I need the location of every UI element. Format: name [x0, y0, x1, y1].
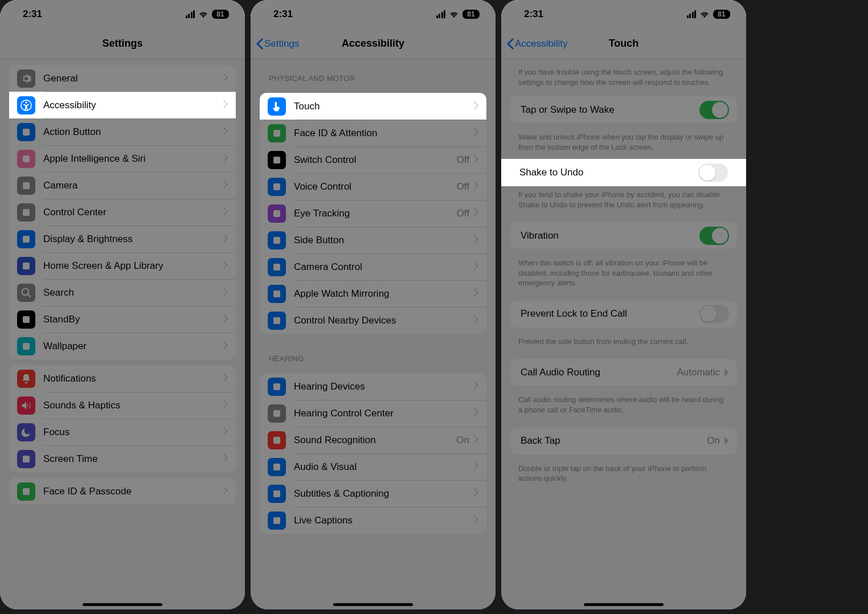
- routing-row[interactable]: Call Audio Routing Automatic: [510, 359, 737, 386]
- chevron-right-icon: [474, 289, 478, 299]
- live-icon: [268, 511, 286, 530]
- physical-0-label: Touch: [294, 101, 474, 112]
- settings-group-a: GeneralAccessibilityAction ButtonApple I…: [9, 65, 236, 359]
- vibration-label: Vibration: [521, 230, 699, 241]
- settings-b-2-row[interactable]: Focus: [9, 419, 236, 445]
- settings-4-row[interactable]: Camera: [9, 172, 236, 199]
- chevron-right-icon: [724, 369, 729, 376]
- settings-8-row[interactable]: Search: [9, 279, 236, 306]
- settings-3-row[interactable]: Apple Intelligence & Siri: [9, 145, 236, 172]
- settings-b-1-row[interactable]: Sounds & Haptics: [9, 392, 236, 419]
- hearing-1-row[interactable]: Hearing Control Center: [260, 400, 486, 427]
- accessibility-icon: [17, 96, 35, 114]
- svg-rect-17: [273, 237, 280, 244]
- chevron-right-icon: [474, 462, 478, 472]
- physical-0-row[interactable]: Touch: [260, 93, 486, 120]
- home-indicator: [584, 603, 664, 606]
- physical-1-row[interactable]: Face ID & Attention: [260, 120, 486, 146]
- shake-undo-row[interactable]: Shake to Undo: [502, 159, 745, 186]
- settings-3-label: Apple Intelligence & Siri: [43, 153, 223, 165]
- routing-group: Call Audio Routing Automatic: [510, 359, 737, 386]
- nav-bar: Settings Accessibility: [251, 28, 496, 59]
- settings-b-3-row[interactable]: Screen Time: [9, 445, 236, 472]
- hourglass-icon: [17, 450, 35, 468]
- settings-7-row[interactable]: Home Screen & App Library: [9, 252, 236, 279]
- tap-wake-toggle[interactable]: [699, 101, 729, 119]
- vibration-row[interactable]: Vibration: [510, 222, 737, 249]
- voice-icon: [268, 178, 286, 196]
- physical-4-value: Off: [457, 208, 469, 219]
- physical-5-label: Side Button: [294, 235, 474, 246]
- settings-c-0-label: Face ID & Passcode: [43, 486, 223, 497]
- battery-icon: 81: [713, 10, 730, 19]
- svg-rect-5: [23, 209, 30, 216]
- chevron-left-icon: [256, 38, 263, 50]
- settings-group-c: Face ID & Passcode: [9, 478, 236, 505]
- physical-7-row[interactable]: Apple Watch Mirroring: [260, 280, 486, 307]
- gear-icon: [17, 69, 35, 88]
- physical-8-row[interactable]: Control Nearby Devices: [260, 307, 486, 334]
- settings-5-row[interactable]: Control Center: [9, 199, 236, 226]
- physical-6-row[interactable]: Camera Control: [260, 253, 486, 280]
- vibration-toggle[interactable]: [699, 227, 729, 245]
- physical-3-row[interactable]: Voice ControlOff: [260, 173, 486, 200]
- shake-undo-toggle[interactable]: [698, 163, 728, 182]
- hearing-2-label: Sound Recognition: [294, 435, 456, 446]
- camcontrol-icon: [268, 258, 286, 276]
- settings-6-row[interactable]: Display & Brightness: [9, 226, 236, 252]
- prevent-lock-label: Prevent Lock to End Call: [521, 308, 699, 320]
- svg-rect-18: [273, 264, 280, 271]
- wifi-icon: [699, 10, 710, 18]
- watch-icon: [268, 285, 286, 303]
- chevron-right-icon: [223, 314, 228, 325]
- wifi-icon: [449, 10, 459, 18]
- settings-2-row[interactable]: Action Button: [9, 118, 236, 145]
- action-icon: [17, 123, 35, 141]
- settings-b-0-row[interactable]: Notifications: [9, 365, 236, 392]
- settings-10-row[interactable]: Wallpaper: [9, 333, 236, 359]
- svg-rect-23: [273, 437, 280, 444]
- settings-0-row[interactable]: General: [9, 65, 236, 92]
- hearing-0-label: Hearing Devices: [294, 381, 474, 392]
- physical-4-row[interactable]: Eye TrackingOff: [260, 200, 486, 227]
- hearing-4-label: Subtitles & Captioning: [294, 488, 474, 500]
- settings-8-label: Search: [43, 287, 223, 298]
- prevent-lock-row[interactable]: Prevent Lock to End Call: [510, 301, 737, 328]
- battery-icon: 81: [212, 10, 229, 19]
- settings-2-label: Action Button: [43, 126, 223, 138]
- shake-undo-group: Shake to Undo: [501, 159, 746, 186]
- svg-rect-13: [273, 130, 280, 137]
- hearing-2-row[interactable]: Sound RecognitionOn: [260, 427, 486, 453]
- settings-c-0-row[interactable]: Face ID & Passcode: [9, 478, 236, 505]
- hearing-1-label: Hearing Control Center: [294, 408, 474, 419]
- physical-2-value: Off: [457, 154, 469, 166]
- siri-icon: [17, 150, 35, 168]
- svg-rect-4: [23, 182, 30, 189]
- backtap-row[interactable]: Back Tap On: [510, 428, 737, 455]
- settings-9-row[interactable]: StandBy: [9, 306, 236, 333]
- chevron-right-icon: [474, 155, 478, 165]
- hearing-group: Hearing DevicesHearing Control CenterSou…: [260, 373, 486, 534]
- settings-1-row[interactable]: Accessibility: [9, 92, 236, 118]
- settings-4-label: Camera: [43, 180, 223, 191]
- settings-10-label: Wallpaper: [43, 341, 223, 352]
- chevron-right-icon: [223, 341, 228, 351]
- shake-undo-label: Shake to Undo: [519, 167, 698, 178]
- back-button[interactable]: Settings: [256, 28, 299, 59]
- svg-rect-2: [23, 129, 30, 136]
- chevron-right-icon: [474, 408, 478, 419]
- back-button[interactable]: Accessibility: [507, 28, 568, 59]
- physical-3-value: Off: [457, 181, 469, 193]
- audio-icon: [268, 458, 286, 476]
- hearing-4-row[interactable]: Subtitles & Captioning: [260, 480, 486, 507]
- settings-5-label: Control Center: [43, 207, 223, 218]
- prevent-lock-toggle[interactable]: [699, 305, 729, 323]
- svg-rect-7: [23, 263, 30, 269]
- chevron-right-icon: [223, 127, 228, 137]
- hearing-5-row[interactable]: Live Captions: [260, 507, 486, 534]
- hearing-3-row[interactable]: Audio & Visual: [260, 453, 486, 480]
- physical-5-row[interactable]: Side Button: [260, 227, 486, 253]
- physical-2-row[interactable]: Switch ControlOff: [260, 146, 486, 173]
- tap-wake-row[interactable]: Tap or Swipe to Wake: [510, 96, 737, 123]
- hearing-0-row[interactable]: Hearing Devices: [260, 373, 486, 400]
